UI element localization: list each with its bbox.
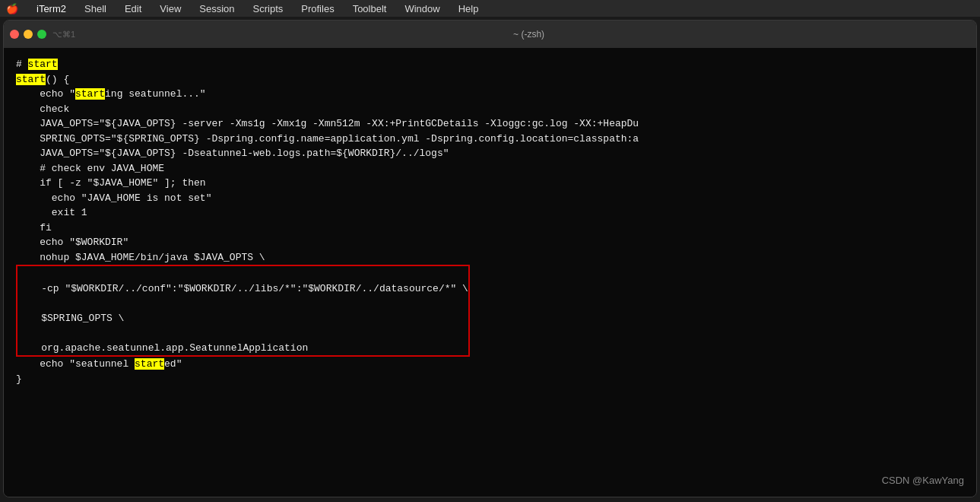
window-controls <box>10 30 46 39</box>
terminal-content-wrapper: # start start() { echo "starting seatunn… <box>4 48 976 497</box>
terminal-content[interactable]: # start start() { echo "starting seatunn… <box>4 48 976 497</box>
tab-title: ~ (-zsh) <box>87 29 970 40</box>
line-21: echo "seatunnel started" <box>16 357 964 372</box>
menu-bar: 🍎 iTerm2 Shell Edit View Session Scripts… <box>0 0 980 17</box>
line-18: -cp "$WORKDIR/../conf":"$WORKDIR/../libs… <box>17 281 468 297</box>
menu-help[interactable]: Help <box>455 3 482 14</box>
menu-scripts[interactable]: Scripts <box>250 3 287 14</box>
line-8: SPRING_OPTS="${SPRING_OPTS} -Dspring.con… <box>16 132 964 147</box>
line-2: start() { <box>16 72 964 87</box>
tab-bar: ⌥⌘1 ~ (-zsh) <box>4 21 976 48</box>
line-9: JAVA_OPTS="${JAVA_OPTS} -Dseatunnel-web.… <box>16 146 964 161</box>
line-22: } <box>16 372 964 387</box>
menu-profiles[interactable]: Profiles <box>298 3 337 14</box>
menu-edit[interactable]: Edit <box>122 3 144 14</box>
line-11: if [ -z "$JAVA_HOME" ]; then <box>16 176 964 191</box>
line-1: # start <box>16 57 964 72</box>
line-18-container: -cp "$WORKDIR/../conf":"$WORKDIR/../libs… <box>16 265 964 357</box>
terminal-window: ⌥⌘1 ~ (-zsh) # start start() { echo "sta… <box>3 20 977 497</box>
menu-shell[interactable]: Shell <box>81 3 109 14</box>
line-19: $SPRING_OPTS \ <box>17 311 468 326</box>
line-3: echo "starting seatunnel..." <box>16 87 964 102</box>
line-12: echo "JAVA_HOME is not set" <box>16 191 964 206</box>
maximize-button[interactable] <box>37 30 46 39</box>
menu-iterm2[interactable]: iTerm2 <box>33 3 69 14</box>
minimize-button[interactable] <box>24 30 33 39</box>
tab-shortcut: ⌥⌘1 <box>52 30 75 40</box>
menu-session[interactable]: Session <box>196 3 237 14</box>
menu-toolbelt[interactable]: Toolbelt <box>350 3 390 14</box>
line-14: fi <box>16 221 964 236</box>
line-20: org.apache.seatunnel.app.SeatunnelApplic… <box>17 341 468 356</box>
line-13: exit 1 <box>16 205 964 221</box>
apple-logo: 🍎 <box>6 3 18 14</box>
line-17: nohup $JAVA_HOME/bin/java $JAVA_OPTS \ <box>16 250 964 265</box>
line-5: check <box>16 102 964 117</box>
line-7: JAVA_OPTS="${JAVA_OPTS} -server -Xms1g -… <box>16 116 964 132</box>
menu-view[interactable]: View <box>157 3 184 14</box>
menu-window[interactable]: Window <box>401 3 442 14</box>
watermark: CSDN @KawYang <box>882 475 964 486</box>
close-button[interactable] <box>10 30 19 39</box>
line-10: # check env JAVA_HOME <box>16 161 964 176</box>
line-16: echo "$WORKDIR" <box>16 235 964 250</box>
